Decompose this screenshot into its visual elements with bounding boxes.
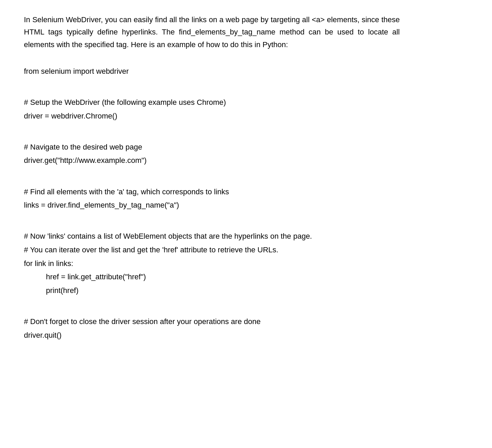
comment-iterate: # You can iterate over the list and get … bbox=[24, 243, 400, 257]
import-section: from selenium import webdriver bbox=[24, 65, 400, 78]
comment-setup: # Setup the WebDriver (the following exa… bbox=[24, 96, 400, 109]
driver-get-line: driver.get("http://www.example.com") bbox=[24, 154, 400, 167]
blank-line-2 bbox=[24, 127, 400, 140]
navigate-section: # Navigate to the desired web page drive… bbox=[24, 140, 400, 167]
driver-init-line: driver = webdriver.Chrome() bbox=[24, 109, 400, 123]
comment-navigate: # Navigate to the desired web page bbox=[24, 140, 400, 154]
driver-quit-line: driver.quit() bbox=[24, 328, 400, 342]
blank-line-3 bbox=[24, 171, 400, 185]
blank-line-5 bbox=[24, 301, 400, 315]
blank-line-4 bbox=[24, 216, 400, 230]
for-loop-line: for link in links: bbox=[24, 257, 400, 270]
comment-now: # Now 'links' contains a list of WebElem… bbox=[24, 229, 400, 243]
href-assign-line: href = link.get_attribute("href") bbox=[24, 270, 400, 284]
links-assign-line: links = driver.find_elements_by_tag_name… bbox=[24, 198, 400, 212]
find-section: # Find all elements with the 'a' tag, wh… bbox=[24, 185, 400, 212]
comment-close: # Don't forget to close the driver sessi… bbox=[24, 315, 400, 328]
close-section: # Don't forget to close the driver sessi… bbox=[24, 315, 400, 342]
code-block: from selenium import webdriver # Setup t… bbox=[24, 65, 400, 342]
import-line: from selenium import webdriver bbox=[24, 65, 400, 78]
blank-line-1 bbox=[24, 82, 400, 96]
setup-section: # Setup the WebDriver (the following exa… bbox=[24, 96, 400, 123]
iterate-section: # Now 'links' contains a list of WebElem… bbox=[24, 229, 400, 297]
comment-find: # Find all elements with the 'a' tag, wh… bbox=[24, 185, 400, 199]
print-href-line: print(href) bbox=[24, 284, 400, 297]
content-wrapper: In Selenium WebDriver, you can easily fi… bbox=[24, 14, 400, 342]
intro-paragraph: In Selenium WebDriver, you can easily fi… bbox=[24, 14, 400, 51]
